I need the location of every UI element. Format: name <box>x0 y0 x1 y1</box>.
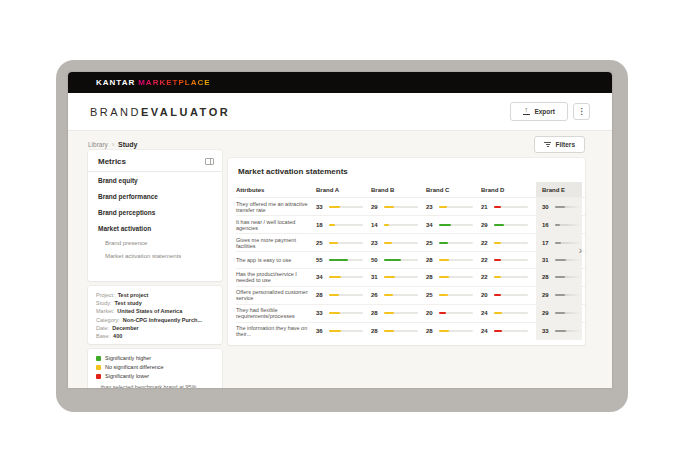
sidebar-item-market-activation[interactable]: Market activation <box>88 220 222 236</box>
export-button[interactable]: Export <box>510 102 568 121</box>
sidebar-item-brand-perceptions[interactable]: Brand perceptions <box>88 204 222 220</box>
value-bar <box>439 242 473 244</box>
value-number: 17 <box>542 240 552 246</box>
value-bar-fill <box>555 259 566 261</box>
column-header-attributes: Attributes <box>236 182 316 197</box>
value-cell: 33 <box>316 198 371 215</box>
legend-swatch-ns <box>96 365 101 370</box>
kantar-logo: KANTAR <box>96 78 135 87</box>
value-bar-fill <box>494 294 501 296</box>
app-window: KANTAR MARKETPLACE BRANDEVALUATOR Export… <box>68 72 612 388</box>
filters-button[interactable]: Filters <box>534 136 585 153</box>
value-number: 28 <box>426 328 436 334</box>
legend-item-ns: No significant difference <box>96 363 214 372</box>
value-number: 30 <box>542 204 552 210</box>
sidebar-subitem-market-activation-statements[interactable]: Market activation statements <box>88 249 222 262</box>
project-info-value: Non-CPG Infrequently Purch... <box>123 316 202 324</box>
value-bar-fill <box>439 330 449 332</box>
sidebar-item-brand-performance[interactable]: Brand performance <box>88 188 222 204</box>
value-cell: 30 <box>536 198 582 215</box>
value-bar-fill <box>494 276 501 278</box>
value-bar-fill <box>384 330 394 332</box>
breadcrumb-study: Study <box>118 141 137 148</box>
project-info-row: Date:December <box>96 324 214 332</box>
header-actions: Export ⋮ <box>510 102 590 121</box>
more-options-button[interactable]: ⋮ <box>573 103 590 120</box>
value-bar <box>384 330 418 332</box>
project-info-label: Base: <box>96 332 110 340</box>
value-bar-fill <box>555 206 565 208</box>
project-info-row: Base:400 <box>96 332 214 340</box>
value-bar <box>329 276 363 278</box>
value-number: 36 <box>316 328 326 334</box>
value-cell: 22 <box>481 269 536 286</box>
value-bar <box>555 276 581 278</box>
value-bar-fill <box>329 276 341 278</box>
next-page-chevron[interactable]: › <box>579 246 582 256</box>
column-header-brand-b: Brand B <box>371 182 426 197</box>
value-number: 29 <box>481 222 491 228</box>
value-number: 22 <box>481 240 491 246</box>
value-bar <box>555 206 581 208</box>
table-footnote: Based on tried brand <box>228 340 585 346</box>
app-header: BRANDEVALUATOR Export ⋮ <box>68 93 612 131</box>
value-cell: 31 <box>536 252 582 268</box>
value-bar <box>555 312 581 314</box>
value-number: 20 <box>481 292 491 298</box>
table-header-row: AttributesBrand ABrand BBrand CBrand DBr… <box>236 182 585 197</box>
value-bar <box>494 276 528 278</box>
marketplace-logo: MARKETPLACE <box>138 78 210 87</box>
collapse-panel-icon[interactable] <box>205 158 214 165</box>
value-number: 25 <box>426 240 436 246</box>
value-number: 34 <box>426 222 436 228</box>
value-bar-fill <box>329 294 339 296</box>
sidebar-item-brand-equity[interactable]: Brand equity <box>88 172 222 188</box>
value-cell: 26 <box>371 287 426 304</box>
value-bar <box>384 312 418 314</box>
breadcrumb-library[interactable]: Library <box>88 141 108 148</box>
metrics-panel: Metrics Brand equityBrand performanceBra… <box>88 150 222 281</box>
page-title-evaluator: EVALUATOR <box>141 106 230 118</box>
value-bar-fill <box>555 294 565 296</box>
value-cell: 24 <box>481 305 536 322</box>
attribute-label: Offers personalized customer service <box>236 287 316 304</box>
table-row: Gives me more payment facilities25232522… <box>236 233 585 251</box>
value-number: 24 <box>481 328 491 334</box>
project-info-label: Date: <box>96 324 109 332</box>
value-cell: 36 <box>316 323 371 340</box>
value-bar <box>439 312 473 314</box>
table-row: They had flexible requirements/processes… <box>236 304 585 322</box>
column-header-brand-e: Brand E <box>536 182 582 197</box>
value-cell: 29 <box>371 198 426 215</box>
value-bar-fill <box>384 224 389 226</box>
table-row: The app is easy to use5550282231 <box>236 251 585 268</box>
project-info-row: Market:United States of America <box>96 307 214 315</box>
value-bar <box>439 224 473 226</box>
value-cell: 23 <box>371 234 426 251</box>
legend-list: Significantly higherNo significant diffe… <box>96 354 214 381</box>
value-bar-fill <box>555 224 560 226</box>
project-info-row: Category:Non-CPG Infrequently Purch... <box>96 316 214 324</box>
value-cell: 33 <box>316 305 371 322</box>
legend-note: ...than selected benchmark brand at 95% … <box>96 384 214 388</box>
value-bar <box>494 224 528 226</box>
value-number: 28 <box>426 274 436 280</box>
value-cell: 28 <box>371 305 426 322</box>
value-number: 28 <box>426 257 436 263</box>
project-info-label: Study: <box>96 299 112 307</box>
value-number: 23 <box>426 204 436 210</box>
value-bar <box>329 206 363 208</box>
attribute-label: The app is easy to use <box>236 254 316 265</box>
value-cell: 17 <box>536 234 582 251</box>
table-row: The information they have on their...362… <box>236 322 585 340</box>
sidebar-subitem-brand-presence[interactable]: Brand presence <box>88 236 222 249</box>
value-number: 29 <box>542 292 552 298</box>
value-number: 31 <box>371 274 381 280</box>
legend-item-label: Significantly lower <box>105 372 149 381</box>
value-bar-fill <box>329 206 340 208</box>
attribute-label: The information they have on their... <box>236 323 316 340</box>
project-info-label: Market: <box>96 307 114 315</box>
value-cell: 16 <box>536 216 582 233</box>
project-info-list: Project:Test projectStudy:Test studyMark… <box>96 291 214 340</box>
value-bar-fill <box>384 259 401 261</box>
